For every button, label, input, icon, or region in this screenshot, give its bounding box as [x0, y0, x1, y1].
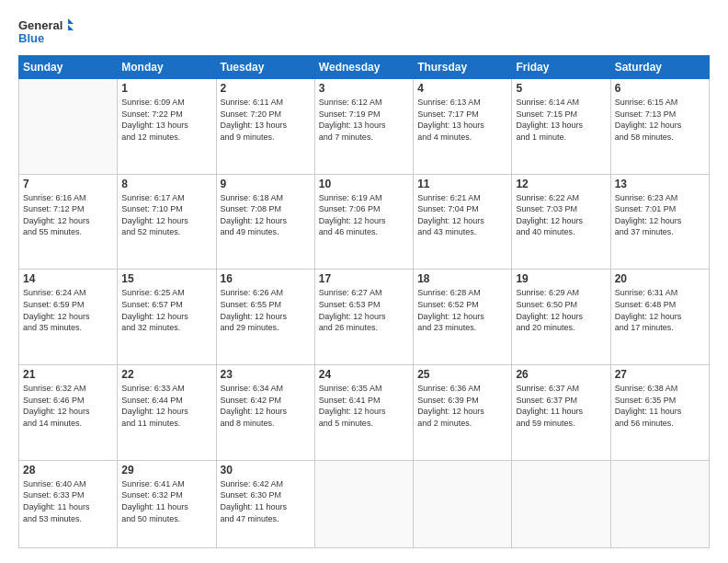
calendar-cell: 8Sunrise: 6:17 AM Sunset: 7:10 PM Daylig… [118, 174, 216, 270]
cell-info: Sunrise: 6:18 AM Sunset: 7:08 PM Dayligh… [221, 192, 311, 238]
cell-info: Sunrise: 6:16 AM Sunset: 7:12 PM Dayligh… [23, 192, 113, 238]
cell-info: Sunrise: 6:24 AM Sunset: 6:59 PM Dayligh… [23, 287, 113, 333]
cell-info: Sunrise: 6:23 AM Sunset: 7:01 PM Dayligh… [615, 192, 705, 238]
calendar-cell: 19Sunrise: 6:29 AM Sunset: 6:50 PM Dayli… [512, 270, 610, 365]
day-number: 7 [23, 178, 113, 190]
calendar-cell: 24Sunrise: 6:35 AM Sunset: 6:41 PM Dayli… [314, 365, 413, 461]
cell-info: Sunrise: 6:34 AM Sunset: 6:42 PM Dayligh… [221, 383, 311, 429]
day-number: 21 [23, 368, 113, 381]
calendar-cell: 9Sunrise: 6:18 AM Sunset: 7:08 PM Daylig… [216, 174, 314, 270]
day-number: 3 [319, 82, 409, 95]
header-sunday: Sunday [19, 56, 118, 79]
svg-marker-3 [68, 25, 74, 30]
calendar-cell: 11Sunrise: 6:21 AM Sunset: 7:04 PM Dayli… [414, 174, 512, 270]
day-number: 18 [417, 272, 507, 285]
cell-info: Sunrise: 6:11 AM Sunset: 7:20 PM Dayligh… [221, 97, 311, 143]
week-row-3: 14Sunrise: 6:24 AM Sunset: 6:59 PM Dayli… [19, 270, 710, 365]
calendar-cell: 17Sunrise: 6:27 AM Sunset: 6:53 PM Dayli… [314, 270, 413, 365]
calendar-body: 1Sunrise: 6:09 AM Sunset: 7:22 PM Daylig… [19, 79, 710, 548]
day-number: 29 [121, 464, 211, 477]
calendar-cell: 1Sunrise: 6:09 AM Sunset: 7:22 PM Daylig… [118, 79, 216, 175]
calendar-cell: 21Sunrise: 6:32 AM Sunset: 6:46 PM Dayli… [19, 365, 118, 461]
day-number: 30 [221, 464, 311, 477]
cell-info: Sunrise: 6:36 AM Sunset: 6:39 PM Dayligh… [417, 383, 507, 429]
calendar-cell [19, 79, 118, 175]
header-friday: Friday [512, 56, 610, 79]
day-number: 20 [615, 272, 705, 285]
calendar-cell [610, 460, 709, 547]
calendar-cell: 16Sunrise: 6:26 AM Sunset: 6:55 PM Dayli… [216, 270, 314, 365]
cell-info: Sunrise: 6:29 AM Sunset: 6:50 PM Dayligh… [516, 287, 606, 333]
header-saturday: Saturday [610, 56, 709, 79]
day-number: 16 [221, 272, 311, 285]
calendar-cell: 15Sunrise: 6:25 AM Sunset: 6:57 PM Dayli… [118, 270, 216, 365]
calendar-cell: 22Sunrise: 6:33 AM Sunset: 6:44 PM Dayli… [118, 365, 216, 461]
calendar-cell: 18Sunrise: 6:28 AM Sunset: 6:52 PM Dayli… [414, 270, 512, 365]
cell-info: Sunrise: 6:37 AM Sunset: 6:37 PM Dayligh… [516, 383, 606, 429]
header-wednesday: Wednesday [314, 56, 413, 79]
calendar-cell: 29Sunrise: 6:41 AM Sunset: 6:32 PM Dayli… [118, 460, 216, 547]
day-number: 14 [23, 272, 113, 285]
cell-info: Sunrise: 6:19 AM Sunset: 7:06 PM Dayligh… [319, 192, 409, 238]
cell-info: Sunrise: 6:09 AM Sunset: 7:22 PM Dayligh… [121, 97, 211, 143]
svg-text:Blue: Blue [18, 31, 44, 45]
day-number: 28 [23, 464, 113, 477]
day-number: 6 [615, 82, 705, 95]
calendar-table: SundayMondayTuesdayWednesdayThursdayFrid… [18, 55, 710, 548]
cell-info: Sunrise: 6:42 AM Sunset: 6:30 PM Dayligh… [221, 478, 311, 524]
calendar-header-row: SundayMondayTuesdayWednesdayThursdayFrid… [19, 56, 710, 79]
calendar-cell: 26Sunrise: 6:37 AM Sunset: 6:37 PM Dayli… [512, 365, 610, 461]
calendar-cell: 10Sunrise: 6:19 AM Sunset: 7:06 PM Dayli… [314, 174, 413, 270]
calendar-cell: 28Sunrise: 6:40 AM Sunset: 6:33 PM Dayli… [19, 460, 118, 547]
cell-info: Sunrise: 6:28 AM Sunset: 6:52 PM Dayligh… [417, 287, 507, 333]
cell-info: Sunrise: 6:35 AM Sunset: 6:41 PM Dayligh… [319, 383, 409, 429]
logo: General Blue [18, 15, 74, 48]
calendar-cell: 12Sunrise: 6:22 AM Sunset: 7:03 PM Dayli… [512, 174, 610, 270]
week-row-4: 21Sunrise: 6:32 AM Sunset: 6:46 PM Dayli… [19, 365, 710, 461]
cell-info: Sunrise: 6:25 AM Sunset: 6:57 PM Dayligh… [121, 287, 211, 333]
day-number: 5 [516, 82, 606, 95]
cell-info: Sunrise: 6:17 AM Sunset: 7:10 PM Dayligh… [121, 192, 211, 238]
calendar-cell: 4Sunrise: 6:13 AM Sunset: 7:17 PM Daylig… [414, 79, 512, 175]
cell-info: Sunrise: 6:40 AM Sunset: 6:33 PM Dayligh… [23, 478, 113, 524]
page: General Blue SundayMondayTuesdayWednesda… [0, 0, 728, 563]
calendar-cell: 2Sunrise: 6:11 AM Sunset: 7:20 PM Daylig… [216, 79, 314, 175]
svg-text:General: General [18, 18, 63, 32]
day-number: 11 [417, 178, 507, 190]
cell-info: Sunrise: 6:26 AM Sunset: 6:55 PM Dayligh… [221, 287, 311, 333]
day-number: 24 [319, 368, 409, 381]
cell-info: Sunrise: 6:38 AM Sunset: 6:35 PM Dayligh… [615, 383, 705, 429]
week-row-1: 1Sunrise: 6:09 AM Sunset: 7:22 PM Daylig… [19, 79, 710, 175]
day-number: 2 [221, 82, 311, 95]
header-tuesday: Tuesday [216, 56, 314, 79]
day-number: 19 [516, 272, 606, 285]
day-number: 12 [516, 178, 606, 190]
week-row-5: 28Sunrise: 6:40 AM Sunset: 6:33 PM Dayli… [19, 460, 710, 547]
day-number: 4 [417, 82, 507, 95]
cell-info: Sunrise: 6:27 AM Sunset: 6:53 PM Dayligh… [319, 287, 409, 333]
svg-marker-2 [68, 18, 74, 24]
calendar-cell [314, 460, 413, 547]
cell-info: Sunrise: 6:22 AM Sunset: 7:03 PM Dayligh… [516, 192, 606, 238]
calendar-cell: 5Sunrise: 6:14 AM Sunset: 7:15 PM Daylig… [512, 79, 610, 175]
day-number: 26 [516, 368, 606, 381]
calendar-cell: 27Sunrise: 6:38 AM Sunset: 6:35 PM Dayli… [610, 365, 709, 461]
day-number: 13 [615, 178, 705, 190]
calendar-cell: 6Sunrise: 6:15 AM Sunset: 7:13 PM Daylig… [610, 79, 709, 175]
calendar-cell: 7Sunrise: 6:16 AM Sunset: 7:12 PM Daylig… [19, 174, 118, 270]
day-number: 27 [615, 368, 705, 381]
cell-info: Sunrise: 6:15 AM Sunset: 7:13 PM Dayligh… [615, 97, 705, 143]
day-number: 22 [121, 368, 211, 381]
day-number: 9 [221, 178, 311, 190]
cell-info: Sunrise: 6:13 AM Sunset: 7:17 PM Dayligh… [417, 97, 507, 143]
day-number: 10 [319, 178, 409, 190]
calendar-cell: 30Sunrise: 6:42 AM Sunset: 6:30 PM Dayli… [216, 460, 314, 547]
day-number: 23 [221, 368, 311, 381]
calendar-cell: 14Sunrise: 6:24 AM Sunset: 6:59 PM Dayli… [19, 270, 118, 365]
day-number: 17 [319, 272, 409, 285]
cell-info: Sunrise: 6:12 AM Sunset: 7:19 PM Dayligh… [319, 97, 409, 143]
calendar-cell [512, 460, 610, 547]
calendar-cell: 13Sunrise: 6:23 AM Sunset: 7:01 PM Dayli… [610, 174, 709, 270]
cell-info: Sunrise: 6:41 AM Sunset: 6:32 PM Dayligh… [121, 478, 211, 524]
cell-info: Sunrise: 6:31 AM Sunset: 6:48 PM Dayligh… [615, 287, 705, 333]
